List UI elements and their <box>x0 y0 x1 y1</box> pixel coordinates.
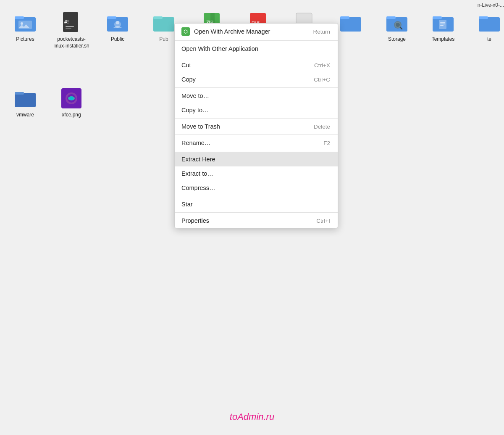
menu-item-extract-here[interactable]: Extract Here <box>175 152 338 166</box>
copy-shortcut: Ctrl+C <box>314 76 330 83</box>
svg-rect-38 <box>15 92 24 95</box>
svg-text:#!: #! <box>64 19 69 25</box>
divider-1 <box>175 40 338 41</box>
svg-rect-13 <box>153 17 174 32</box>
pub-folder-icon <box>153 12 175 34</box>
menu-item-copy-to[interactable]: Copy to… <box>175 103 338 117</box>
svg-rect-24 <box>386 16 396 19</box>
icon-pictures[interactable]: Pictures <box>4 8 46 46</box>
svg-point-3 <box>21 22 23 25</box>
vmware-label: vmware <box>16 112 34 119</box>
storage-label: Storage <box>388 36 406 43</box>
pictures-folder-icon <box>14 12 36 34</box>
menu-item-cut[interactable]: Cut Ctrl+X <box>175 58 338 72</box>
icon-pocketcasts[interactable]: #! pocketcasts-linux-installer.sh <box>50 8 92 53</box>
svg-rect-36 <box>479 16 488 19</box>
svg-rect-1 <box>15 16 24 19</box>
extract-here-label: Extract Here <box>181 156 215 163</box>
xfce-label: xfce.png <box>62 112 81 119</box>
move-to-label: Move to… <box>181 92 209 99</box>
open-archive-shortcut: Return <box>313 29 330 35</box>
cut-shortcut: Ctrl+X <box>314 62 330 69</box>
menu-item-copy[interactable]: Copy Ctrl+C <box>175 72 338 87</box>
divider-8 <box>175 212 338 213</box>
properties-label: Properties <box>181 217 209 224</box>
truncated-filename: n-Live-x0-... <box>478 2 504 8</box>
icon-templates[interactable]: Templates <box>422 8 464 46</box>
svg-rect-8 <box>66 28 71 29</box>
te-partial-label: te <box>487 36 491 43</box>
desktop: n-Live-x0-... Pictures <box>0 0 504 435</box>
copy-to-label: Copy to… <box>181 107 208 113</box>
divider-3 <box>175 87 338 88</box>
divider-7 <box>175 196 338 196</box>
menu-item-open-archive[interactable]: ⬡ Open With Archive Manager Return <box>175 24 338 40</box>
svg-rect-10 <box>107 16 116 19</box>
templates-folder-icon <box>432 12 454 34</box>
svg-rect-7 <box>66 26 74 27</box>
menu-item-rename[interactable]: Rename… F2 <box>175 136 338 150</box>
svg-rect-32 <box>440 22 445 23</box>
menu-item-move-to[interactable]: Move to… <box>175 89 338 103</box>
svg-rect-30 <box>433 16 442 19</box>
storage-folder-icon <box>386 12 408 34</box>
pub-partial-label: Pub <box>159 36 168 43</box>
properties-shortcut: Ctrl+I <box>316 218 330 224</box>
archive-manager-icon: ⬡ <box>181 27 190 36</box>
svg-point-43 <box>70 97 73 100</box>
blue-folder-partial-icon <box>340 12 362 34</box>
copy-label: Copy <box>181 76 196 83</box>
vmware-folder-icon <box>14 87 36 109</box>
pocketcasts-label: pocketcasts-linux-installer.sh <box>52 36 91 49</box>
watermark: toAdmin.ru <box>230 411 274 422</box>
templates-label: Templates <box>432 36 455 43</box>
divider-4 <box>175 118 338 119</box>
menu-item-compress[interactable]: Compress… <box>175 181 338 195</box>
public-label: Public <box>111 36 125 43</box>
compress-label: Compress… <box>181 185 215 191</box>
icon-xfce[interactable]: xfce.png <box>50 84 92 122</box>
extract-to-label: Extract to… <box>181 170 213 177</box>
cut-label: Cut <box>181 62 191 69</box>
xfce-image-icon <box>60 87 82 109</box>
icon-storage[interactable]: Storage <box>376 8 418 46</box>
svg-rect-14 <box>153 16 163 19</box>
icon-public[interactable]: Public <box>97 8 139 46</box>
svg-rect-33 <box>440 24 445 24</box>
open-archive-label: Open With Archive Manager <box>194 28 270 35</box>
open-other-label: Open With Other Application <box>181 45 258 52</box>
svg-point-27 <box>396 23 400 27</box>
context-menu: ⬡ Open With Archive Manager Return Open … <box>174 23 338 228</box>
divider-6 <box>175 151 338 151</box>
menu-item-properties[interactable]: Properties Ctrl+I <box>175 214 338 228</box>
pocketcasts-file-icon: #! <box>60 12 82 34</box>
move-trash-shortcut: Delete <box>314 124 330 130</box>
svg-rect-21 <box>340 17 361 32</box>
divider-5 <box>175 134 338 135</box>
menu-item-star[interactable]: Star <box>175 197 338 211</box>
divider-2 <box>175 57 338 57</box>
svg-rect-34 <box>440 25 444 26</box>
icon-vmware[interactable]: vmware <box>4 84 46 122</box>
icon-te-partial[interactable]: te <box>468 8 504 46</box>
te-folder-partial-icon <box>478 12 500 34</box>
menu-item-extract-to[interactable]: Extract to… <box>175 166 338 181</box>
star-label: Star <box>181 201 193 208</box>
menu-item-open-other[interactable]: Open With Other Application <box>175 42 338 56</box>
public-folder-icon <box>107 12 129 34</box>
rename-shortcut: F2 <box>323 140 330 146</box>
svg-rect-37 <box>15 93 36 107</box>
svg-point-12 <box>116 21 119 24</box>
menu-item-move-trash[interactable]: Move to Trash Delete <box>175 119 338 134</box>
move-trash-label: Move to Trash <box>181 123 220 130</box>
svg-rect-22 <box>340 16 349 19</box>
svg-rect-35 <box>479 17 500 32</box>
rename-label: Rename… <box>181 140 210 146</box>
pictures-label: Pictures <box>16 36 34 43</box>
